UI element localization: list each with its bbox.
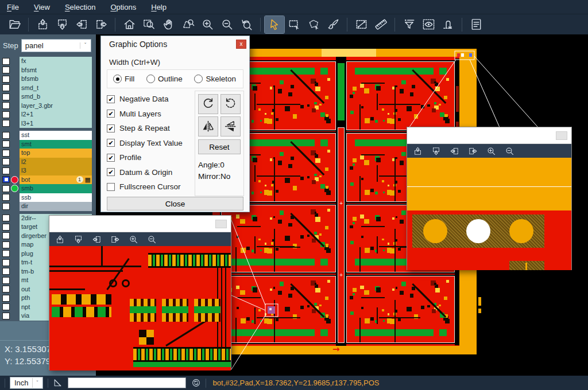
layer-visibility-checkbox[interactable] — [2, 93, 10, 100]
tool-select-poly[interactable] — [304, 16, 323, 33]
popup-tool-zoom-out[interactable] — [147, 235, 157, 244]
tool-select-arrow[interactable] — [265, 16, 284, 33]
tool-pan-up[interactable] — [33, 16, 52, 33]
popup-tool-pan-left[interactable] — [92, 235, 102, 244]
layer-row-smd_b[interactable]: smd_b — [0, 92, 96, 102]
tool-home[interactable] — [119, 16, 139, 33]
layer-row-bfsmt[interactable]: bfsmt — [0, 66, 96, 75]
checkbox-negative-data[interactable]: ✔Negative Data — [107, 92, 193, 107]
tool-open[interactable] — [5, 16, 24, 33]
layer-visibility-checkbox[interactable] — [2, 313, 10, 319]
checkbox-display-text-value[interactable]: ✔Display Text Value — [107, 136, 193, 151]
tool-zoom-in[interactable] — [198, 16, 217, 33]
tool-pan-right[interactable] — [91, 16, 111, 33]
layer-row-bfsmb[interactable]: bfsmb — [0, 75, 96, 84]
tool-report[interactable] — [466, 16, 486, 33]
tool-pan-hand[interactable] — [158, 16, 178, 33]
reset-button[interactable]: Reset — [198, 139, 241, 154]
layer-visibility-checkbox[interactable] — [2, 102, 10, 109]
layer-visibility-checkbox[interactable] — [2, 241, 10, 248]
popup-tool-zoom-in[interactable] — [486, 146, 496, 156]
layer-row-l2[interactable]: l2 — [0, 158, 96, 167]
layer-row-smb[interactable]: smb — [0, 184, 96, 193]
layer-row-fx[interactable]: fx — [0, 57, 96, 66]
layer-row-top[interactable]: top — [0, 149, 96, 158]
popup-title-bar[interactable] — [407, 127, 571, 144]
popup-tool-pan-up[interactable] — [413, 146, 423, 156]
layer-row-smt[interactable]: smt — [0, 140, 96, 149]
tool-zoom-back[interactable] — [237, 16, 256, 33]
checkbox-step-repeat[interactable]: ✔Step & Repeat — [107, 121, 193, 136]
rot-ccw-button[interactable] — [220, 94, 241, 114]
snap-angle-icon[interactable] — [53, 378, 63, 388]
popup-tool-pan-left[interactable] — [450, 146, 459, 156]
rot-cw-button[interactable] — [198, 94, 218, 114]
checkbox-multi-layers[interactable]: ✔Multi Layers — [107, 107, 193, 122]
layer-visibility-checkbox[interactable] — [2, 84, 10, 91]
close-button[interactable]: Close — [107, 197, 243, 210]
layer-visibility-checkbox[interactable] — [2, 111, 10, 118]
popup-viewport-detail[interactable] — [49, 246, 231, 370]
layer-visibility-checkbox[interactable] — [2, 176, 10, 183]
tool-view-options[interactable] — [419, 16, 438, 33]
flip-h-button[interactable] — [198, 116, 218, 136]
layer-visibility-checkbox[interactable] — [2, 194, 10, 201]
layer-visibility-checkbox[interactable] — [2, 158, 10, 165]
popup-tool-pan-down[interactable] — [74, 235, 83, 244]
popup-viewport-fiducial[interactable] — [407, 158, 571, 270]
layer-visibility-checkbox[interactable] — [2, 303, 10, 310]
tool-select-rect[interactable] — [284, 16, 304, 33]
dialog-title-bar[interactable]: Graphic Options — [101, 36, 249, 52]
command-input[interactable] — [68, 377, 186, 388]
layer-visibility-checkbox[interactable] — [2, 185, 10, 192]
menu-selection[interactable]: Selection — [65, 3, 95, 11]
refresh-icon[interactable] — [191, 378, 201, 388]
layer-visibility-checkbox[interactable] — [2, 67, 10, 73]
tool-zoom-out[interactable] — [217, 16, 237, 33]
menu-view[interactable]: View — [34, 3, 50, 11]
popup-menu-button[interactable] — [215, 220, 227, 228]
layer-visibility-checkbox[interactable] — [2, 259, 10, 266]
tool-ruler[interactable] — [371, 16, 390, 33]
tool-brush[interactable] — [323, 16, 343, 33]
menu-options[interactable]: Options — [110, 3, 136, 11]
layer-row-layer_3.gbr[interactable]: layer_3.gbr — [0, 102, 96, 111]
layer-visibility-checkbox[interactable] — [2, 167, 10, 174]
layer-visibility-checkbox[interactable] — [2, 58, 10, 65]
tool-zoom-window[interactable] — [139, 16, 158, 33]
radio-fill[interactable]: Fill — [113, 75, 134, 83]
layer-row-l2+1[interactable]: l2+1 — [0, 110, 96, 119]
popup-menu-button[interactable] — [556, 131, 567, 140]
layer-row-bot[interactable]: bot1▦ — [0, 176, 96, 185]
popup-tool-zoom-in[interactable] — [129, 235, 138, 244]
dialog-close-button[interactable]: x — [236, 40, 246, 49]
layer-visibility-checkbox[interactable] — [2, 250, 10, 257]
layer-visibility-checkbox[interactable] — [2, 203, 10, 210]
layer-visibility-checkbox[interactable] — [2, 232, 10, 239]
layer-visibility-checkbox[interactable] — [2, 286, 10, 292]
layer-visibility-checkbox[interactable] — [2, 150, 10, 157]
popup-tool-zoom-out[interactable] — [505, 146, 514, 156]
menu-file[interactable]: File — [7, 3, 19, 11]
radio-skeleton[interactable]: Skeleton — [194, 75, 236, 83]
layer-visibility-checkbox[interactable] — [2, 224, 10, 231]
layer-visibility-checkbox[interactable] — [2, 120, 10, 127]
layer-visibility-checkbox[interactable] — [2, 141, 10, 147]
radio-outline[interactable]: Outline — [146, 75, 183, 83]
popup-title-bar[interactable] — [49, 216, 231, 232]
tool-measure[interactable] — [351, 16, 371, 33]
checkbox-fullscreen-cursor[interactable]: Fullscreen Cursor — [107, 180, 193, 194]
layer-row-dir[interactable]: dir — [0, 202, 96, 211]
popup-tool-pan-right[interactable] — [110, 235, 120, 244]
popup-tool-pan-up[interactable] — [55, 235, 65, 244]
popup-tool-pan-down[interactable] — [431, 146, 441, 156]
tool-pan-down[interactable] — [52, 16, 72, 33]
step-select[interactable]: panel ˇ — [21, 39, 91, 52]
layer-visibility-checkbox[interactable] — [2, 268, 10, 275]
flip-v-button[interactable] — [220, 116, 241, 136]
popup-tool-pan-right[interactable] — [468, 146, 478, 156]
layer-row-smd_t[interactable]: smd_t — [0, 84, 96, 93]
layer-row-sst[interactable]: sst — [0, 131, 96, 140]
tool-pan-left[interactable] — [72, 16, 91, 33]
layer-row-l3[interactable]: l3 — [0, 166, 96, 176]
